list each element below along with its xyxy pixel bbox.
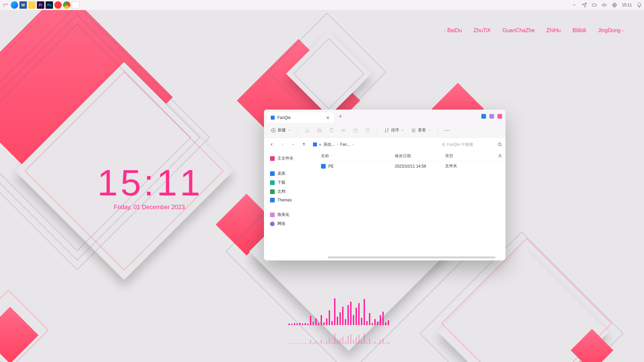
app-icon-ps[interactable]: Ps [46,1,53,9]
weblink[interactable]: Bilibili [573,27,586,34]
close-button[interactable] [497,114,502,119]
weblink[interactable]: GuanChaZhe [502,27,535,34]
app-icon-edge[interactable] [11,1,18,9]
tray-battery-icon[interactable] [592,2,597,8]
tray-clock[interactable]: 15:11 [622,3,632,7]
folder-icon [270,213,275,217]
crumb[interactable]: 系统... [323,142,335,147]
svg-point-11 [498,143,501,145]
maximize-button[interactable] [489,114,494,119]
app-icon-chrome[interactable] [63,1,70,9]
col-type[interactable]: 类型 [445,153,472,159]
documents-icon [270,189,275,194]
sort-button[interactable]: 排序 [382,126,406,134]
sidebar-item-home[interactable]: 主文件夹 [265,154,316,163]
sidebar-item-themes[interactable]: Themes [265,196,316,204]
app-icon-word[interactable]: W [19,1,27,9]
explorer-sidebar: 主文件夹 桌面 下载 文档 Themes 致美化 网络 [264,151,318,260]
svg-rect-5 [318,129,321,132]
svg-rect-6 [318,128,320,131]
sidebar-item-downloads[interactable]: 下载 [265,178,316,187]
col-size[interactable]: 大 [472,153,502,159]
tray-notifications-icon[interactable] [637,2,642,8]
explorer-nav-row: « 系统... › Fan... › 在 FanQie 中搜索 [264,138,505,151]
nav-up-button[interactable] [300,140,308,149]
desktop-web-links: - BaiDu ZhuTiX GuanChaZhe ZhiHu Bilibili… [444,27,624,34]
window-title-bar[interactable]: FanQie ✕ + [264,110,505,123]
clock-time: 15:11 [97,164,203,201]
nav-recent-button[interactable] [289,140,298,149]
tray-chevron-icon[interactable] [572,2,577,8]
desktop-clock-widget: 15:11 Friday, 01 December 2023. [97,164,203,211]
search-icon [497,142,502,147]
search-input[interactable]: 在 FanQie 中搜索 [442,142,502,147]
nav-back-button[interactable] [267,140,276,149]
file-explorer-window: FanQie ✕ + 新建 排序 查看 [264,110,505,260]
audio-visualizer [288,295,389,325]
folder-icon [270,198,275,202]
column-headers: 名称˄ 修改日期 类型 大 [318,151,505,161]
tab-close-icon[interactable]: ✕ [326,115,330,120]
tab-title: FanQie [277,115,290,120]
tray-network-icon[interactable] [612,2,617,8]
chevron-right-icon: › [352,142,354,147]
network-icon [270,222,275,226]
share-button[interactable] [351,126,360,134]
home-icon [270,156,275,161]
minimize-button[interactable] [481,114,486,119]
view-button[interactable]: 查看 [409,126,433,134]
explorer-content: 名称˄ 修改日期 类型 大 PE 2023/10/11 14:58 文件夹 [318,151,505,260]
sidebar-item-network[interactable]: 网络 [265,219,316,228]
clock-date: Friday, 01 December 2023. [97,204,203,211]
col-name[interactable]: 名称˄ [321,153,395,159]
rename-button[interactable] [339,126,348,134]
downloads-icon [270,180,275,185]
weblink[interactable]: JingDong - [598,27,624,34]
app-icon-generic[interactable] [72,1,79,9]
weblink[interactable]: ZhuTiX [474,27,491,34]
drive-icon [313,142,317,146]
folder-icon [321,164,326,169]
sort-asc-icon: ˄ [331,155,333,158]
cut-button[interactable] [303,126,312,134]
folder-icon [271,116,275,120]
app-icon-pr[interactable]: Pr [37,1,44,9]
tray-send-icon[interactable] [582,2,587,8]
sidebar-item-documents[interactable]: 文档 [265,187,316,196]
desktop-icon [270,171,275,176]
nav-forward-button[interactable] [278,140,287,149]
horizontal-scrollbar[interactable] [328,256,495,258]
copy-button[interactable] [315,126,324,134]
col-date[interactable]: 修改日期 [395,153,445,159]
crumb[interactable]: Fan... [340,142,351,147]
paste-button[interactable] [327,126,336,134]
more-button[interactable]: ··· [443,127,452,134]
new-button[interactable]: 新建 [269,126,293,134]
weblink[interactable]: ZhiHu [546,27,561,34]
sidebar-item-desktop[interactable]: 桌面 [265,169,316,178]
app-icon-explorer[interactable] [28,1,36,9]
file-row[interactable]: PE 2023/10/11 14:58 文件夹 [318,161,505,171]
new-tab-button[interactable]: + [336,112,345,121]
app-icon-music[interactable] [54,1,62,9]
tray-volume-icon[interactable] [602,2,607,8]
svg-rect-0 [592,4,596,6]
breadcrumb[interactable]: « 系统... › Fan... › [310,142,440,147]
delete-button[interactable] [363,126,372,134]
start-button[interactable] [2,1,9,9]
chevron-right-icon: › [337,142,338,147]
taskbar: W Pr Ps 15:11 [0,0,644,10]
explorer-toolbar: 新建 排序 查看 ··· [264,123,505,138]
sidebar-item-zhimeihua[interactable]: 致美化 [265,210,316,219]
explorer-tab[interactable]: FanQie ✕ [267,112,334,123]
weblink[interactable]: - BaiDu [444,27,462,34]
